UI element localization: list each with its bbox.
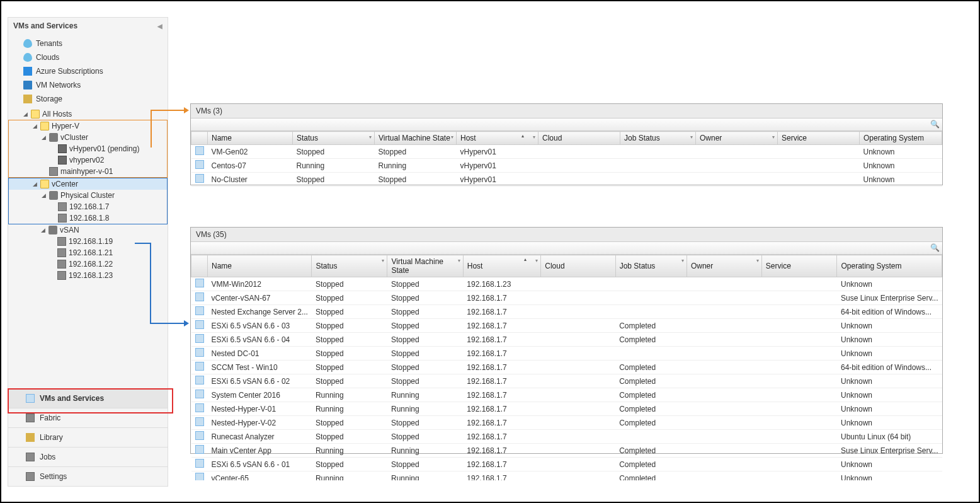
sidebar-collapse-icon[interactable]: ◀ [157, 23, 162, 30]
filter-icon[interactable]: ▾ [451, 134, 453, 140]
column-header-host[interactable]: Host▾▴ [463, 255, 541, 277]
column-header-cloud[interactable]: Cloud [538, 132, 620, 145]
nav-item-storage[interactable]: Storage [8, 92, 168, 106]
tree-host[interactable]: mainhyper-v-01 [9, 166, 167, 177]
column-header-job-status[interactable]: Job Status▾ [620, 132, 696, 145]
tree-physical-cluster[interactable]: ◢ Physical Cluster [9, 190, 167, 201]
table-row[interactable]: SCCM Test - Win10StoppedStopped192.168.1… [191, 361, 942, 374]
table-row[interactable]: Nested-Hyper-V-02StoppedStopped192.168.1… [191, 416, 942, 430]
search-row[interactable]: 🔍 [191, 242, 942, 255]
column-header-name[interactable]: Name [208, 132, 293, 145]
tree-host[interactable]: 192.168.1.22 [8, 258, 168, 270]
table-row[interactable]: ESXi 6.5 vSAN 6.6 - 03StoppedStopped192.… [191, 319, 942, 333]
table-row[interactable]: No-ClusterStoppedStoppedvHyperv01Unknown [191, 173, 942, 187]
table-row[interactable]: Centos-07RunningRunningvHyperv01Unknown [191, 159, 942, 173]
table-row[interactable]: ESXi 6.5 vSAN 6.6 - 01StoppedStopped192.… [191, 458, 942, 471]
table-row[interactable]: ESXi 6.5 vSAN 6.6 - 04StoppedStopped192.… [191, 333, 942, 347]
column-header-status[interactable]: Status▾ [312, 255, 387, 277]
column-header-name[interactable]: Name [208, 255, 312, 277]
tree-host[interactable]: 192.168.1.21 [8, 247, 168, 258]
expander-icon[interactable]: ◢ [40, 192, 47, 199]
filter-icon[interactable]: ▾ [458, 258, 460, 263]
column-header-job-status[interactable]: Job Status▾ [615, 255, 687, 277]
table-row[interactable]: Runecast AnalyzerStoppedStopped192.168.1… [191, 430, 942, 444]
expander-icon[interactable]: ◢ [22, 111, 28, 117]
column-header-operating-system[interactable]: Operating System [837, 255, 942, 277]
cell-cloud [541, 305, 615, 319]
column-header-icon[interactable] [191, 132, 208, 145]
tree-host[interactable]: 192.168.1.23 [8, 270, 168, 281]
cell-job: Completed [615, 388, 687, 402]
table-row[interactable]: vCenter-65RunningRunning192.168.1.7Compl… [191, 471, 942, 481]
column-header-host[interactable]: Host▾▴ [457, 132, 538, 145]
cell-os: Suse Linux Enterprise Serv... [837, 291, 942, 305]
cell-owner [687, 374, 761, 388]
nav-item-tenants[interactable]: Tenants [8, 37, 168, 50]
tree-host[interactable]: 192.168.1.19 [8, 236, 168, 247]
cell-status: Stopped [312, 291, 387, 305]
wunderbar-fabric[interactable]: Fabric [8, 408, 168, 427]
search-icon[interactable]: 🔍 [930, 120, 940, 129]
tree-host[interactable]: 192.168.1.7 [9, 201, 167, 212]
table-row[interactable]: ESXi 6.5 vSAN 6.6 - 02StoppedStopped192.… [191, 374, 942, 388]
cell-host: 192.168.1.7 [463, 291, 541, 305]
tree-vsan[interactable]: ◢ vSAN [8, 224, 168, 236]
wunderbar-jobs[interactable]: Jobs [8, 447, 168, 466]
expander-icon[interactable]: ◢ [31, 123, 38, 129]
filter-icon[interactable]: ▾ [690, 134, 693, 140]
cell-service [761, 347, 837, 361]
nav-item-clouds[interactable]: Clouds [8, 50, 168, 64]
cell-owner [687, 430, 761, 444]
table-row[interactable]: VMM-Win2012StoppedStopped192.168.1.23Unk… [191, 277, 942, 291]
filter-icon[interactable]: ▾ [681, 258, 684, 263]
table-row[interactable]: Nested-Hyper-V-01RunningRunning192.168.1… [191, 402, 942, 416]
tree-host[interactable]: vhyperv02 [9, 154, 167, 166]
cell-name: No-Cluster [208, 173, 293, 187]
filter-icon[interactable]: ▾ [533, 134, 535, 140]
filter-icon[interactable]: ▾ [772, 134, 775, 140]
wunderbar-vms-and-services[interactable]: VMs and Services [8, 388, 168, 408]
column-header-operating-system[interactable]: Operating System [860, 132, 942, 145]
expander-icon[interactable]: ◢ [31, 181, 38, 187]
wunderbar-library[interactable]: Library [8, 427, 168, 447]
filter-icon[interactable]: ▾ [369, 134, 372, 140]
cell-name: Nested-Hyper-V-01 [208, 402, 312, 416]
tree-hyperv[interactable]: ◢ Hyper-V [9, 120, 167, 132]
cell-host: vHyperv01 [457, 145, 538, 159]
expander-icon[interactable]: ◢ [40, 227, 46, 233]
cluster-icon [49, 133, 58, 142]
tree-host[interactable]: vHyperv01 (pending) [9, 143, 167, 154]
table-row[interactable]: System Center 2016RunningRunning192.168.… [191, 388, 942, 402]
table-row[interactable]: Nested DC-01StoppedStopped192.168.1.7Unk… [191, 347, 942, 361]
column-header-status[interactable]: Status▾ [293, 132, 375, 145]
column-header-owner[interactable]: Owner▾ [696, 132, 778, 145]
expander-icon[interactable]: ◢ [40, 134, 47, 141]
search-row[interactable]: 🔍 [191, 119, 942, 131]
table-row[interactable]: vCenter-vSAN-67StoppedStopped192.168.1.7… [191, 291, 942, 305]
tree-all-hosts[interactable]: ◢ All Hosts [8, 108, 168, 120]
vm-icon [195, 417, 204, 426]
column-header-virtual-machine-state[interactable]: Virtual Machine State▾ [387, 255, 463, 277]
search-icon[interactable]: 🔍 [930, 243, 940, 252]
column-header-icon[interactable] [191, 255, 208, 277]
tree-vcluster[interactable]: ◢ vCluster [9, 132, 167, 143]
sidebar: VMs and Services ◀ TenantsCloudsAzure Su… [8, 17, 168, 487]
column-header-owner[interactable]: Owner▾ [687, 255, 761, 277]
column-header-service[interactable]: Service [761, 255, 837, 277]
table-row[interactable]: VM-Gen02StoppedStoppedvHyperv01Unknown [191, 145, 942, 159]
column-header-cloud[interactable]: Cloud [541, 255, 615, 277]
filter-icon[interactable]: ▾ [756, 258, 759, 263]
filter-icon[interactable]: ▾ [382, 258, 384, 263]
table-row[interactable]: Main vCenter AppRunningRunning192.168.1.… [191, 444, 942, 458]
table-row[interactable]: Nested Exchange Server 2...StoppedStoppe… [191, 305, 942, 319]
filter-icon[interactable]: ▾ [535, 258, 538, 263]
nav-item-azure-subscriptions[interactable]: Azure Subscriptions [8, 64, 168, 78]
column-header-service[interactable]: Service [778, 132, 860, 145]
cell-service [761, 458, 837, 471]
tree-vcenter[interactable]: ◢ vCenter [9, 178, 167, 190]
tree-host[interactable]: 192.168.1.8 [9, 212, 167, 224]
column-header-virtual-machine-state[interactable]: Virtual Machine State▾ [375, 132, 457, 145]
cell-job: Completed [615, 416, 687, 430]
nav-item-vm-networks[interactable]: VM Networks [8, 78, 168, 92]
wunderbar-settings[interactable]: Settings [8, 466, 168, 486]
